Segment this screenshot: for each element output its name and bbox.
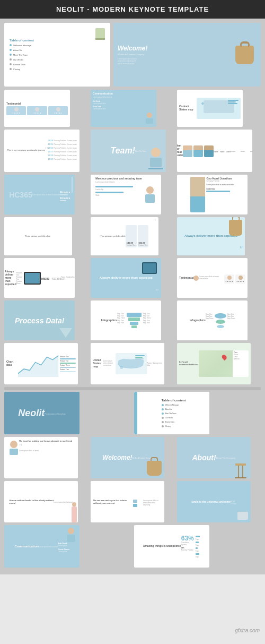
slide-two-portfolio[interactable]: Two pictures portfolio slide 149.99 Feat… <box>91 217 158 255</box>
slide-gyo-hazel[interactable]: Gyo Hazel Jonathan Company Founder Lorem… <box>177 175 248 214</box>
slide-connect[interactable]: Let's get connected with us Place PhoneE… <box>177 343 251 384</box>
slide-welcome[interactable]: Welcome! We Are A Creative Company Lorem… <box>113 23 261 87</box>
slide-infographics-2[interactable]: Infographics Step One Step Two Step Thre… <box>177 300 248 340</box>
row-8: Chart data Feature One Feature Two Featu… <box>4 343 261 384</box>
svg-rect-0 <box>120 366 123 369</box>
row-7: Process Data! Infographics Step One Step… <box>4 300 261 340</box>
hero-row: Table of content Welcome Message About U… <box>4 23 261 87</box>
page-header: NEOLIT - MODERN KEYNOTE TEMPLATE <box>0 0 265 19</box>
slide-welcome-2[interactable]: Welcome! We Are A Creative Company <box>91 437 164 478</box>
slide-about[interactable]: About! About The Company <box>177 437 251 478</box>
slide-hc365[interactable]: HC365 Lorem ipsum dolor sit amet consect… <box>4 175 75 214</box>
slide-toc[interactable]: Table of content Welcome Message About U… <box>4 23 110 87</box>
slide-process-data[interactable]: Process Data! <box>4 300 75 340</box>
row-6: Always deliver more than expected Featur… <box>4 258 261 298</box>
slide-infographics-1[interactable]: Infographics Step One Step Two Step Thre… <box>91 300 161 340</box>
slide-neolit-dark[interactable]: Neolit Presentation Template <box>4 392 80 434</box>
slide-testimonial[interactable]: Testimonial ★★★★★ ★★★★★ ★★★★★ <box>4 90 70 127</box>
slide-toc-2[interactable]: Table of content Welcome Message About U… <box>134 392 209 434</box>
slide-chart-data[interactable]: Chart data Feature One Feature Two Featu… <box>4 343 78 384</box>
main-content: Table of content Welcome Message About U… <box>0 19 265 574</box>
slide-we-trust[interactable]: We trust for making our house pleasant t… <box>4 437 78 478</box>
row-2: Testimonial ★★★★★ ★★★★★ ★★★★★ <box>4 90 261 127</box>
slide-journey[interactable]: This is our company spectacular journey … <box>4 130 80 172</box>
row-12: Communication Lorem ipsum dolor sit amet… <box>4 525 261 568</box>
slide-room-books[interactable]: A room without books is like a body with… <box>4 481 78 522</box>
slide-us-map[interactable]: United States map Lorem ipsum dolor sit … <box>91 343 164 384</box>
row-3: This is our company spectacular journey … <box>4 130 261 172</box>
row-11: A room without books is like a body with… <box>4 481 261 522</box>
slide-three-portfolio[interactable]: Three picture portfolio slide <box>4 217 72 255</box>
page-title: NEOLIT - MODERN KEYNOTE TEMPLATE <box>56 5 209 13</box>
slide-no-one[interactable]: No one can make you feel inferior withou… <box>91 481 164 522</box>
section-divider <box>4 387 261 390</box>
slide-amazing[interactable]: Amazing things is unexpected 63% Conclus… <box>134 525 209 568</box>
slide-always-blue[interactable]: Always deliver more than expected " <box>91 258 161 298</box>
row-10: We trust for making our house pleasant t… <box>4 437 261 478</box>
slide-always-tablet[interactable]: Always deliver more than expected Featur… <box>4 258 75 298</box>
row-5: Three picture portfolio slide Two pictur… <box>4 217 261 255</box>
slide-communication[interactable]: Communication Lorem ipsum dolor sit amet… <box>91 90 156 127</box>
slide-testimonial-2[interactable]: Testimonial Lorem ipsum dolor sit amet c… <box>177 258 248 298</box>
slide-communication-2[interactable]: Communication Lorem ipsum dolor sit amet… <box>4 525 80 568</box>
row-9: Neolit Presentation Template Table of co… <box>4 392 261 434</box>
slide-smile[interactable]: Smile is the universal welcome HC385 Fin… <box>177 481 251 522</box>
slide-meet-leader[interactable]: Meet our great leader Name Name Name <box>177 130 252 172</box>
slide-team[interactable]: Team! Meet The Team <box>91 130 166 172</box>
slide-meet-amazing[interactable]: Meet our precious and amazing team Lorem… <box>91 175 161 214</box>
watermark: gfxtra.com <box>235 628 260 633</box>
slide-contact-map[interactable]: Contact States map <box>177 90 243 127</box>
slide-always-deliver-3[interactable]: Always deliver more than expected " <box>177 217 245 255</box>
row-4: HC365 Lorem ipsum dolor sit amet consect… <box>4 175 261 214</box>
